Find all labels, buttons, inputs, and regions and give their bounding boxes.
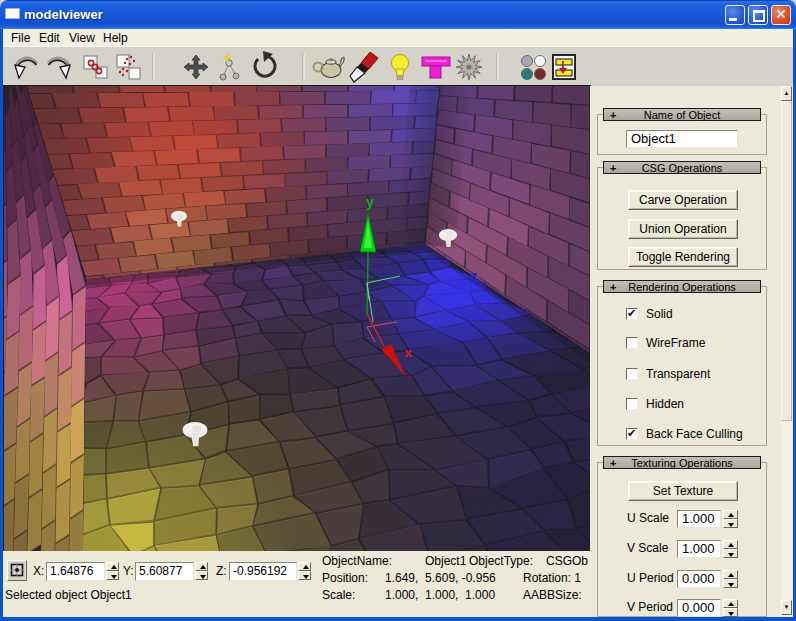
svg-text:y: y <box>366 194 374 210</box>
svg-text:z: z <box>471 268 478 283</box>
svg-text:x: x <box>404 345 412 360</box>
